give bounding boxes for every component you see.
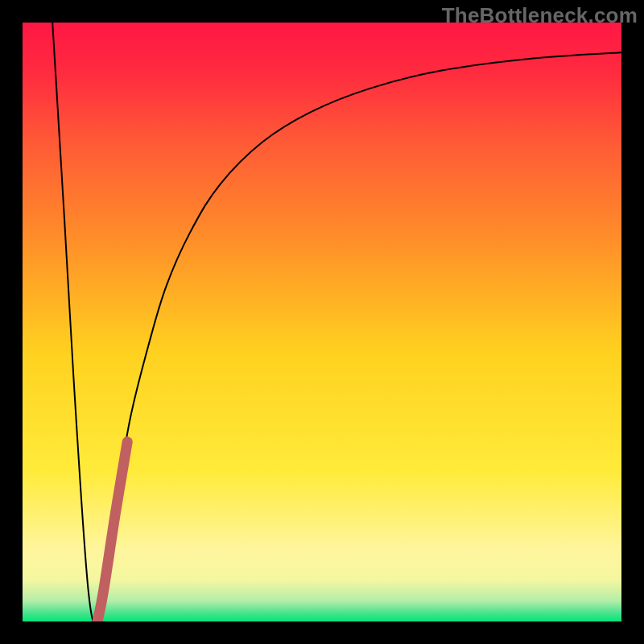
bottleneck-chart [23, 23, 621, 621]
chart-frame [23, 23, 621, 621]
watermark-text: TheBottleneck.com [442, 3, 638, 28]
